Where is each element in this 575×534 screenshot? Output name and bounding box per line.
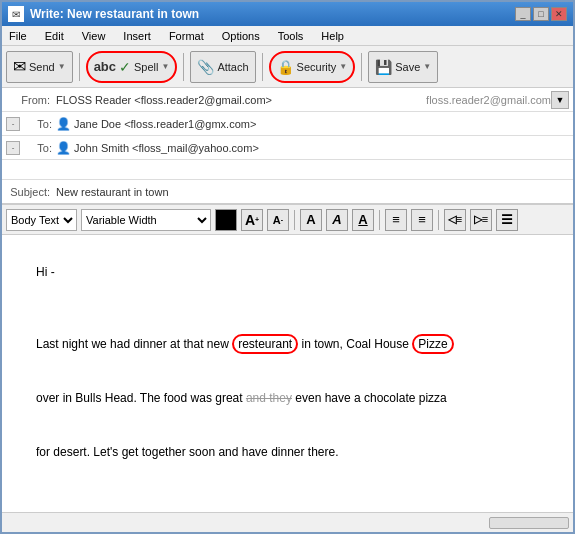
- save-icon: 💾: [375, 59, 392, 75]
- menu-file[interactable]: File: [6, 29, 30, 43]
- security-dropdown-arrow: ▼: [339, 62, 347, 71]
- horizontal-scrollbar[interactable]: [489, 517, 569, 529]
- body-after-1: over in Bulls Head. The food was great a…: [36, 391, 447, 405]
- style-select[interactable]: Body Text: [6, 209, 77, 231]
- spell-abc-icon: abc: [94, 59, 116, 74]
- from-label: From:: [6, 94, 56, 106]
- to-value-1[interactable]: Jane Doe <floss.reader1@gmx.com>: [74, 118, 256, 130]
- misspelled-word-1: resteurant: [232, 334, 298, 354]
- to-row-1: - To: 👤 Jane Doe <floss.reader1@gmx.com>: [2, 112, 573, 136]
- expand-button-2[interactable]: -: [6, 141, 20, 155]
- window-title: Write: New restaurant in town: [30, 7, 199, 21]
- underline-button[interactable]: A: [352, 209, 374, 231]
- toolbar-sep-2: [183, 53, 184, 81]
- close-button[interactable]: ✕: [551, 7, 567, 21]
- save-label: Save: [395, 61, 420, 73]
- italic-button[interactable]: A: [326, 209, 348, 231]
- subject-value[interactable]: New restaurant in town: [56, 186, 569, 198]
- greeting-text: Hi -: [36, 265, 55, 279]
- spell-label: Spell: [134, 61, 158, 73]
- person-icon-2: 👤: [56, 141, 70, 155]
- body-after-2: for desert. Let's get together soon and …: [36, 445, 339, 459]
- spell-check-icon: ✓: [119, 59, 131, 75]
- menu-help[interactable]: Help: [318, 29, 347, 43]
- indent-more-button[interactable]: ▷≡: [470, 209, 492, 231]
- spell-dropdown-arrow: ▼: [162, 62, 170, 71]
- bold-button[interactable]: A: [300, 209, 322, 231]
- maximize-button[interactable]: □: [533, 7, 549, 21]
- lock-icon: 🔒: [277, 59, 294, 75]
- compose-text: Hi - Last night we had dinner at that ne…: [16, 245, 559, 512]
- menu-options[interactable]: Options: [219, 29, 263, 43]
- security-label: Security: [297, 61, 337, 73]
- menu-insert[interactable]: Insert: [120, 29, 154, 43]
- misspelled-word-2: Pizze: [412, 334, 453, 354]
- to-label-1: To:: [24, 118, 52, 130]
- format-sep-1: [294, 210, 295, 230]
- body-before: Last night we had dinner at that new: [36, 337, 232, 351]
- grow-font-button[interactable]: A+: [241, 209, 263, 231]
- save-dropdown-arrow: ▼: [423, 62, 431, 71]
- body-middle: in town, Coal House: [298, 337, 412, 351]
- title-bar: ✉ Write: New restaurant in town _ □ ✕: [2, 2, 573, 26]
- attach-label: Attach: [217, 61, 248, 73]
- menu-edit[interactable]: Edit: [42, 29, 67, 43]
- toolbar-sep-3: [262, 53, 263, 81]
- main-window: ✉ Write: New restaurant in town _ □ ✕ Fi…: [0, 0, 575, 534]
- title-bar-left: ✉ Write: New restaurant in town: [8, 6, 199, 22]
- toolbar-sep-1: [79, 53, 80, 81]
- attach-button[interactable]: 📎 Attach: [190, 51, 255, 83]
- minimize-button[interactable]: _: [515, 7, 531, 21]
- format-sep-2: [379, 210, 380, 230]
- header-area: From: FLOSS Reader <floss.reader2@gmail.…: [2, 88, 573, 205]
- font-select[interactable]: Variable Width: [81, 209, 211, 231]
- save-button[interactable]: 💾 Save ▼: [368, 51, 438, 83]
- format-toolbar: Body Text Variable Width A+ A- A A A ≡ ≡…: [2, 205, 573, 235]
- expand-button-1[interactable]: -: [6, 117, 20, 131]
- from-row: From: FLOSS Reader <floss.reader2@gmail.…: [2, 88, 573, 112]
- subject-label: Subject:: [6, 186, 56, 198]
- toolbar-sep-4: [361, 53, 362, 81]
- bullet-list-button[interactable]: ≡: [385, 209, 407, 231]
- menu-view[interactable]: View: [79, 29, 109, 43]
- app-icon: ✉: [8, 6, 24, 22]
- person-icon-1: 👤: [56, 117, 70, 131]
- toolbar: ✉ Send ▼ abc ✓ Spell ▼ 📎 Attach 🔒 Securi…: [2, 46, 573, 88]
- format-sep-3: [438, 210, 439, 230]
- empty-row: [2, 160, 573, 180]
- security-button[interactable]: 🔒 Security ▼: [269, 51, 356, 83]
- shrink-font-button[interactable]: A-: [267, 209, 289, 231]
- align-button[interactable]: ☰: [496, 209, 518, 231]
- send-dropdown-arrow: ▼: [58, 62, 66, 71]
- to-label-2: To:: [24, 142, 52, 154]
- to-row-2: - To: 👤 John Smith <floss_mail@yahoo.com…: [2, 136, 573, 160]
- window-controls: _ □ ✕: [515, 7, 567, 21]
- status-bar: [2, 512, 573, 532]
- color-button[interactable]: [215, 209, 237, 231]
- to-value-2[interactable]: John Smith <floss_mail@yahoo.com>: [74, 142, 259, 154]
- attach-icon: 📎: [197, 59, 214, 75]
- from-value[interactable]: FLOSS Reader <floss.reader2@gmail.com>: [56, 94, 418, 106]
- menu-bar: File Edit View Insert Format Options Too…: [2, 26, 573, 46]
- spell-button[interactable]: abc ✓ Spell ▼: [86, 51, 178, 83]
- send-label: Send: [29, 61, 55, 73]
- indent-less-button[interactable]: ◁≡: [444, 209, 466, 231]
- subject-row: Subject: New restaurant in town: [2, 180, 573, 204]
- menu-format[interactable]: Format: [166, 29, 207, 43]
- numbered-list-button[interactable]: ≡: [411, 209, 433, 231]
- from-email-hint: floss.reader2@gmail.com: [426, 94, 551, 106]
- send-icon: ✉: [13, 57, 26, 76]
- menu-tools[interactable]: Tools: [275, 29, 307, 43]
- from-dropdown-button[interactable]: ▼: [551, 91, 569, 109]
- send-button[interactable]: ✉ Send ▼: [6, 51, 73, 83]
- compose-area[interactable]: Hi - Last night we had dinner at that ne…: [2, 235, 573, 512]
